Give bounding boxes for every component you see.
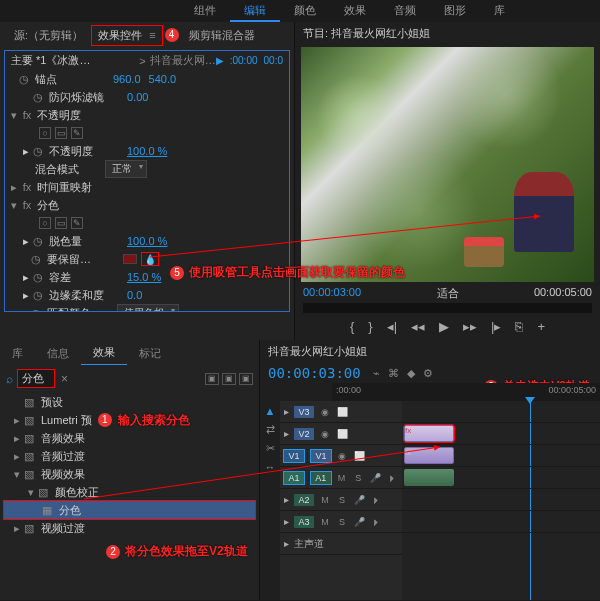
program-current-time[interactable]: 00:00:03:00 [303,286,361,301]
ripple-tool-icon[interactable]: ⇄ [266,423,275,436]
tolerance-value[interactable]: 15.0 % [127,271,161,283]
antiflicker-value[interactable]: 0.00 [127,91,148,103]
stopwatch-icon[interactable] [31,253,43,265]
solo-icon[interactable]: S [336,517,348,527]
lane-v3[interactable] [402,401,600,423]
tab-library[interactable]: 库 [480,0,519,22]
tree-audio-tr[interactable]: ▸▧音频过渡 [4,447,255,465]
clear-search-icon[interactable]: × [61,372,68,386]
clip-v2[interactable]: fx [404,425,454,442]
tab-library[interactable]: 库 [0,342,35,365]
source-tab-noclip[interactable]: 源:（无剪辑） [6,25,91,46]
mask-rect-icon[interactable]: ▭ [55,127,67,139]
voice-icon[interactable]: 🎤 [353,517,365,527]
track-head-a2[interactable]: ▸A2MS🎤⏵ [280,489,402,511]
stopwatch-icon[interactable] [31,307,43,312]
lock-icon[interactable]: ⬜ [336,407,348,417]
track-head-v1[interactable]: V1V1◉⬜ [280,445,402,467]
marker-icon[interactable]: ◆ [407,367,415,380]
tree-presets[interactable]: ▧预设 [4,393,255,411]
go-prev-icon[interactable]: ◂| [387,319,397,334]
play-icon[interactable]: ▶ [439,319,449,334]
keep-color-swatch[interactable] [123,254,137,264]
section-timeremap[interactable]: fx时间重映射 [5,178,289,196]
ec-master-clip[interactable]: 主要 *1《冰激… [11,53,135,68]
track-head-v2[interactable]: ▸V2◉⬜ [280,423,402,445]
tab-graphics[interactable]: 图形 [430,0,480,22]
stopwatch-icon[interactable] [33,289,45,301]
add-marker-icon[interactable]: + [537,319,545,334]
play-icon[interactable]: ▶ [216,55,224,66]
solo-icon[interactable]: S [352,473,364,483]
program-zoom[interactable]: 适合 [437,286,459,301]
expand-icon[interactable]: ⏵ [386,473,398,483]
lane-a2[interactable] [402,489,600,511]
linked-sel-icon[interactable]: ⌘ [388,367,399,380]
tab-audio[interactable]: 音频 [380,0,430,22]
track-head-a3[interactable]: ▸A3MS🎤⏵ [280,511,402,533]
sequence-tab[interactable]: 抖音最火网红小姐姐 [260,340,600,363]
eye-icon[interactable]: ◉ [319,429,331,439]
clip-a1[interactable] [404,469,454,486]
eye-icon[interactable]: ◉ [336,451,348,461]
program-ruler[interactable] [303,303,592,313]
slip-tool-icon[interactable]: ↔ [265,461,276,473]
selection-tool-icon[interactable]: ▲ [265,405,276,417]
lock-icon[interactable]: ⬜ [336,429,348,439]
effects-search-input[interactable]: 分色 [17,369,55,388]
tree-video-fx[interactable]: ▾▧视频效果 [4,465,255,483]
stopwatch-icon[interactable] [33,91,45,103]
tree-lumetri[interactable]: ▸▧Lumetri 预 1 输入搜索分色 [4,411,255,429]
desaturate-value[interactable]: 100.0 % [127,235,167,247]
mask-rect-icon[interactable]: ▭ [55,217,67,229]
tab-effects[interactable]: 效果 [81,341,127,365]
tab-edit[interactable]: 编辑 [230,0,280,22]
snap-icon[interactable]: ⌁ [373,367,380,380]
go-next-icon[interactable]: |▸ [491,319,501,334]
step-fwd-icon[interactable]: ▸▸ [463,319,477,334]
blend-mode-dropdown[interactable]: 正常 [105,160,147,178]
expand-icon[interactable]: ⏵ [370,517,382,527]
mark-out-icon[interactable]: } [368,319,372,334]
tab-markers[interactable]: 标记 [127,342,173,365]
mute-icon[interactable]: M [319,517,331,527]
timeline-timecode[interactable]: 00:00:03:00 [268,365,361,381]
tree-video-tr[interactable]: ▸▧视频过渡 [4,519,255,537]
section-leave-color[interactable]: fx分色 [5,196,289,214]
source-tab-effect-controls[interactable]: 效果控件 ≡ [91,25,162,46]
eye-icon[interactable]: ◉ [319,407,331,417]
mask-ellipse-icon[interactable]: ○ [39,127,51,139]
mark-in-icon[interactable]: { [350,319,354,334]
eyedropper-icon[interactable]: 💧 [141,252,159,266]
match-color-dropdown[interactable]: 使用色相 [117,304,179,312]
tab-effects[interactable]: 效果 [330,0,380,22]
stopwatch-icon[interactable] [33,271,45,283]
mask-pen-icon[interactable]: ✎ [71,127,83,139]
lane-a3[interactable] [402,511,600,533]
stopwatch-icon[interactable] [19,73,31,85]
tab-color[interactable]: 颜色 [280,0,330,22]
section-opacity[interactable]: fx不透明度 [5,106,289,124]
mask-ellipse-icon[interactable]: ○ [39,217,51,229]
tab-assembly[interactable]: 组件 [180,0,230,22]
voice-icon[interactable]: 🎤 [369,473,381,483]
razor-tool-icon[interactable]: ✂ [266,442,275,455]
solo-icon[interactable]: S [336,495,348,505]
export-frame-icon[interactable]: ⎘ [515,319,523,334]
track-head-v3[interactable]: ▸V3◉⬜ [280,401,402,423]
track-head-master[interactable]: ▸主声道 [280,533,402,555]
lane-v1[interactable]: fx [402,445,600,467]
tree-leave-color[interactable]: ▦分色 [4,501,255,519]
program-tab[interactable]: 节目: 抖音最火网红小姐姐 [295,22,600,45]
step-back-icon[interactable]: ◂◂ [411,319,425,334]
track-area[interactable]: fx fx [402,401,600,600]
expand-icon[interactable]: ⏵ [370,495,382,505]
program-view[interactable] [301,47,594,282]
lane-a1[interactable] [402,467,600,489]
32bit-badge-icon[interactable]: ▣ [222,373,236,385]
mute-icon[interactable]: M [336,473,348,483]
accel-badge-icon[interactable]: ▣ [205,373,219,385]
settings-icon[interactable]: ⚙ [423,367,433,380]
anchor-x[interactable]: 960.0 [113,73,141,85]
opacity-value[interactable]: 100.0 % [127,145,167,157]
